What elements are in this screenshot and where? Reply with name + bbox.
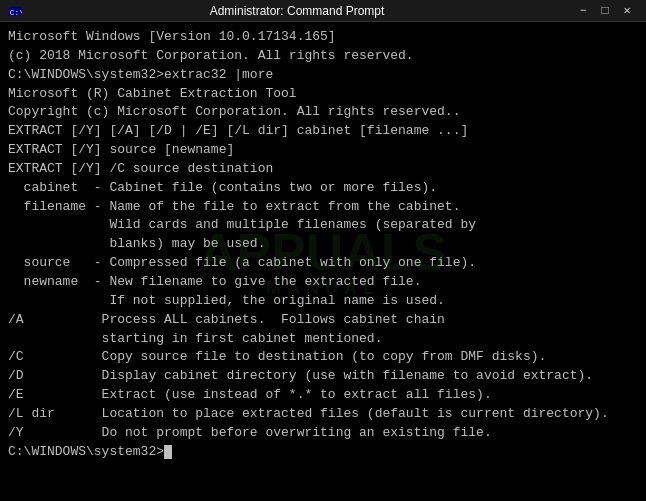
terminal-line: /C Copy source file to destination (to c…: [8, 348, 638, 367]
terminal-line: Copyright (c) Microsoft Corporation. All…: [8, 103, 638, 122]
close-button[interactable]: ✕: [616, 0, 638, 22]
terminal-line: Microsoft Windows [Version 10.0.17134.16…: [8, 28, 638, 47]
terminal-line: newname - New filename to give the extra…: [8, 273, 638, 292]
svg-text:C:\>: C:\>: [10, 7, 22, 16]
cmd-icon: C:\>: [8, 4, 22, 18]
terminal-line: C:\WINDOWS\system32>: [8, 443, 638, 462]
terminal-line: C:\WINDOWS\system32>extrac32 |more: [8, 66, 638, 85]
title-bar: C:\> Administrator: Command Prompt − □ ✕: [0, 0, 646, 22]
title-bar-text: Administrator: Command Prompt: [28, 4, 566, 18]
terminal: APPUALS MANUAL Microsoft Windows [Versio…: [0, 22, 646, 501]
terminal-line: Microsoft (R) Cabinet Extraction Tool: [8, 85, 638, 104]
minimize-button[interactable]: −: [572, 0, 594, 22]
terminal-line: EXTRACT [/Y] source [newname]: [8, 141, 638, 160]
terminal-line: /E Extract (use instead of *.* to extrac…: [8, 386, 638, 405]
cursor: [164, 445, 172, 459]
terminal-line: If not supplied, the original name is us…: [8, 292, 638, 311]
terminal-line: /L dir Location to place extracted files…: [8, 405, 638, 424]
terminal-line: EXTRACT [/Y] [/A] [/D | /E] [/L dir] cab…: [8, 122, 638, 141]
terminal-line: EXTRACT [/Y] /C source destination: [8, 160, 638, 179]
terminal-line: cabinet - Cabinet file (contains two or …: [8, 179, 638, 198]
terminal-line: filename - Name of the file to extract f…: [8, 198, 638, 217]
terminal-output: Microsoft Windows [Version 10.0.17134.16…: [8, 28, 638, 461]
title-bar-controls: − □ ✕: [572, 0, 638, 22]
terminal-line: /Y Do not prompt before overwriting an e…: [8, 424, 638, 443]
maximize-button[interactable]: □: [594, 0, 616, 22]
terminal-line: Wild cards and multiple filenames (separ…: [8, 216, 638, 235]
terminal-line: /D Display cabinet directory (use with f…: [8, 367, 638, 386]
terminal-line: starting in first cabinet mentioned.: [8, 330, 638, 349]
terminal-line: /A Process ALL cabinets. Follows cabinet…: [8, 311, 638, 330]
terminal-line: (c) 2018 Microsoft Corporation. All righ…: [8, 47, 638, 66]
terminal-line: blanks) may be used.: [8, 235, 638, 254]
terminal-line: source - Compressed file (a cabinet with…: [8, 254, 638, 273]
